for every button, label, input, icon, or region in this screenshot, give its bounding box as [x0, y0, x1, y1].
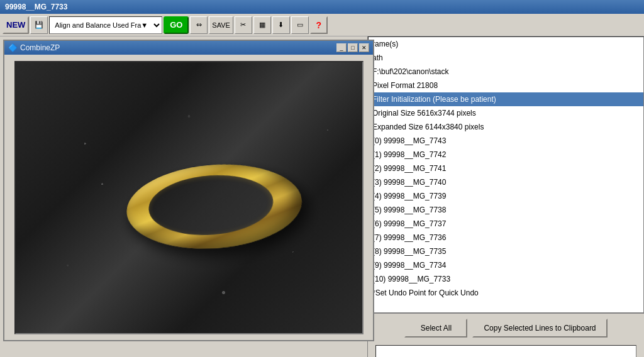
action-buttons-area: Select All Copy Selected Lines to Clipbo…: [368, 313, 644, 343]
main-content: 🔷 CombineZP _ □ ✕ rame(s) athF:\buf\2: [0, 36, 644, 357]
log-item[interactable]: (7) 99998__MG_7736: [369, 231, 643, 244]
toolbar: NEW 💾 Align and Balance Used Fra▼ GO ⇔ S…: [0, 14, 644, 36]
log-item[interactable]: Filter Initialization (Please be patient…: [369, 92, 643, 106]
frame-icon: ▭: [297, 21, 303, 29]
log-list[interactable]: rame(s) athF:\buf\202\canon\stackPixel F…: [368, 36, 644, 313]
log-item[interactable]: *Set Undo Point for Quick Undo: [369, 286, 643, 300]
cut-icon: ✂: [240, 21, 246, 29]
log-item[interactable]: (9) 99998__MG_7734: [369, 258, 643, 272]
grid-icon: ▦: [259, 21, 265, 29]
arrows-icon: ⇔: [196, 21, 202, 29]
log-item[interactable]: (8) 99998__MG_7735: [369, 244, 643, 258]
cut-button[interactable]: ✂: [235, 16, 252, 34]
combine-title-text: 🔷 CombineZP: [8, 43, 60, 52]
close-window-button[interactable]: ✕: [359, 43, 369, 52]
log-item[interactable]: (2) 99998__MG_7741: [369, 162, 643, 175]
window-title: 99998__MG_7733: [5, 3, 67, 11]
window-controls: _ □ ✕: [336, 43, 369, 52]
copy-clipboard-button[interactable]: Copy Selected Lines to Clipboard: [472, 319, 607, 338]
log-item[interactable]: (3) 99998__MG_7740: [369, 175, 643, 189]
log-item[interactable]: Expanded Size 6144x3840 pixels: [369, 120, 643, 134]
minimize-window-button[interactable]: _: [336, 43, 347, 52]
grid-button[interactable]: ▦: [253, 16, 271, 34]
input-area: [368, 343, 644, 357]
save-button[interactable]: SAVE: [209, 16, 233, 34]
log-item[interactable]: ath: [369, 51, 643, 65]
restore-window-button[interactable]: □: [348, 43, 358, 52]
text-input[interactable]: [375, 345, 636, 357]
down-arrow-icon: ⬇: [278, 21, 284, 29]
download-button[interactable]: ⬇: [272, 16, 290, 34]
title-bar: 99998__MG_7733: [0, 0, 644, 14]
log-item[interactable]: F:\buf\202\canon\stack: [369, 65, 643, 79]
log-item[interactable]: (10) 99998__MG_7733: [369, 272, 643, 286]
new-button[interactable]: NEW: [3, 16, 29, 34]
right-panel: rame(s) athF:\buf\202\canon\stackPixel F…: [367, 36, 644, 357]
ring-image: [14, 61, 364, 334]
arrows-button[interactable]: ⇔: [190, 16, 208, 34]
log-item[interactable]: (6) 99998__MG_7737: [369, 217, 643, 231]
combine-title: CombineZP: [20, 43, 60, 52]
ring-inner: [145, 170, 277, 237]
help-button[interactable]: ?: [310, 16, 328, 34]
log-item[interactable]: Original Size 5616x3744 pixels: [369, 106, 643, 120]
operation-dropdown[interactable]: Align and Balance Used Fra▼: [49, 16, 162, 34]
log-item[interactable]: rame(s): [369, 37, 643, 51]
log-item[interactable]: (1) 99998__MG_7742: [369, 148, 643, 162]
save-label: SAVE: [212, 21, 230, 29]
frame-button[interactable]: ▭: [291, 16, 309, 34]
log-item[interactable]: (0) 99998__MG_7743: [369, 134, 643, 148]
ring-shape: [119, 160, 296, 260]
combine-content: [4, 55, 373, 340]
ring-outer: [121, 157, 311, 250]
log-item[interactable]: Pixel Format 21808: [369, 79, 643, 92]
combine-icon: 🔷: [8, 43, 18, 52]
combine-titlebar: 🔷 CombineZP _ □ ✕: [4, 41, 373, 55]
go-button[interactable]: GO: [164, 16, 189, 34]
log-item[interactable]: (5) 99998__MG_7738: [369, 203, 643, 217]
combine-window: 🔷 CombineZP _ □ ✕: [3, 40, 374, 341]
log-item[interactable]: (4) 99998__MG_7739: [369, 189, 643, 203]
select-all-button[interactable]: Select All: [404, 319, 467, 338]
floppy-icon[interactable]: 💾: [30, 16, 48, 34]
